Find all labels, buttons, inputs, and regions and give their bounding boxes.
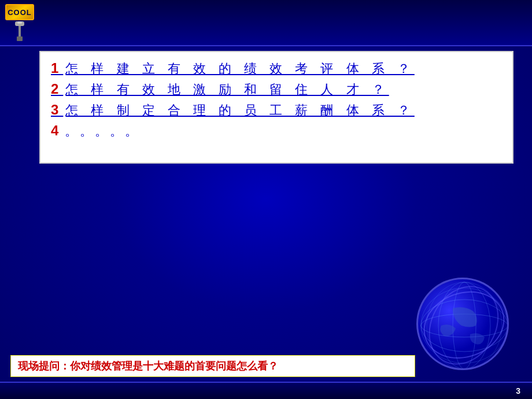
svg-point-9 bbox=[427, 282, 502, 369]
q3-text: 怎 样 制 定 合 理 的 员 工 薪 酬 体 系 ？ bbox=[65, 102, 414, 119]
question-line-3: 3 怎 样 制 定 合 理 的 员 工 薪 酬 体 系 ？ bbox=[51, 102, 502, 119]
question-line-1: 1 怎 样 建 立 有 效 的 绩 效 考 评 体 系 ？ bbox=[51, 60, 502, 77]
globe-grid-svg bbox=[418, 279, 509, 370]
svg-point-6 bbox=[421, 288, 508, 363]
q4-dots: 。。。。。 bbox=[65, 123, 140, 140]
bottom-bar: 3 bbox=[0, 382, 532, 399]
q4-number: 4 bbox=[51, 123, 62, 139]
logo-badge: COOL bbox=[5, 4, 34, 20]
q1-text: 怎 样 建 立 有 效 的 绩 效 考 评 体 系 ？ bbox=[65, 60, 414, 77]
logo-area: COOL bbox=[3, 3, 36, 43]
globe-container bbox=[416, 278, 520, 382]
content-box: 1 怎 样 建 立 有 效 的 绩 效 考 评 体 系 ？ 2 怎 样 有 效 … bbox=[39, 51, 513, 164]
bottom-question-bar: 现场提问：你对绩效管理是十大难题的首要问题怎么看？ bbox=[10, 355, 415, 377]
svg-point-5 bbox=[421, 300, 508, 352]
svg-point-8 bbox=[438, 282, 490, 369]
svg-point-7 bbox=[453, 282, 476, 369]
bottom-question-text: 现场提问：你对绩效管理是十大难题的首要问题怎么看？ bbox=[18, 360, 278, 372]
q2-text: 怎 样 有 效 地 激 励 和 留 住 人 才 ？ bbox=[65, 81, 389, 98]
top-bar bbox=[0, 0, 532, 46]
wrench-icon bbox=[15, 21, 24, 42]
question-line-4: 4 。。。。。 bbox=[51, 123, 502, 140]
q3-number: 3 bbox=[51, 102, 63, 118]
question-line-2: 2 怎 样 有 效 地 激 励 和 留 住 人 才 ？ bbox=[51, 81, 502, 98]
svg-rect-3 bbox=[17, 21, 22, 24]
q1-number: 1 bbox=[51, 60, 63, 76]
svg-point-4 bbox=[421, 314, 508, 337]
page-number: 3 bbox=[516, 386, 520, 396]
globe-graphic bbox=[416, 278, 509, 370]
svg-rect-1 bbox=[17, 36, 23, 41]
q2-number: 2 bbox=[51, 81, 63, 97]
